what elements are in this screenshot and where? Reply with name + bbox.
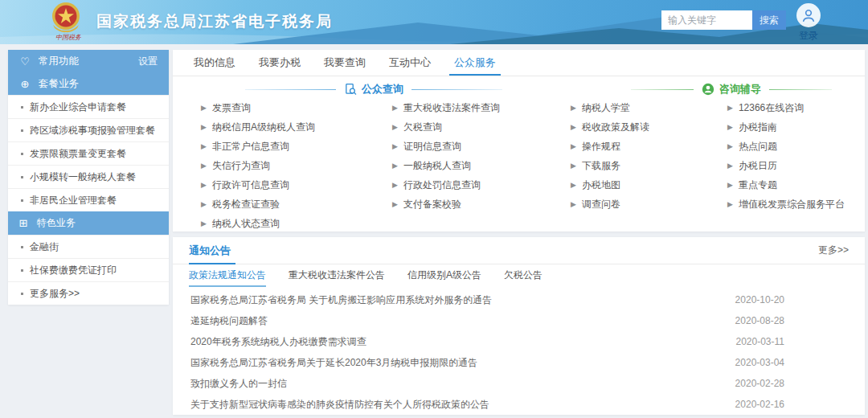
triangle-bullet-icon: ▶ bbox=[727, 181, 733, 189]
consult-link[interactable]: ▶税收政策及解读 bbox=[571, 117, 649, 137]
link-label: 重点专题 bbox=[739, 178, 777, 192]
notice-item[interactable]: 国家税务总局江苏省税务局 关于机房搬迁影响应用系统对外服务的通告 2020-10… bbox=[173, 289, 865, 310]
login-area[interactable]: 登录 bbox=[792, 3, 825, 43]
triangle-bullet-icon: ▶ bbox=[727, 142, 733, 150]
bullet-dot-icon bbox=[21, 199, 23, 202]
link-label: 失信行为查询 bbox=[212, 159, 270, 173]
sidebar-item[interactable]: 跨区域涉税事项报验管理套餐 bbox=[8, 118, 169, 141]
divider-line bbox=[411, 89, 502, 90]
query-link[interactable]: ▶发票查询 bbox=[201, 98, 315, 117]
sidebar-item-label: 小规模转一般纳税人套餐 bbox=[30, 170, 136, 184]
tab-my-info[interactable]: 我的信息 bbox=[189, 50, 240, 76]
triangle-bullet-icon: ▶ bbox=[571, 200, 576, 208]
query-link[interactable]: ▶重大税收违法案件查询 bbox=[392, 98, 500, 117]
notice-item-date: 2020-02-28 bbox=[735, 378, 784, 389]
tab-interaction-center[interactable]: 互动中心 bbox=[384, 50, 436, 76]
consult-link[interactable]: ▶重点专题 bbox=[727, 175, 845, 195]
notice-item-date: 2020-03-11 bbox=[736, 336, 785, 347]
sidebar-item[interactable]: 社保费缴费凭证打印 bbox=[8, 258, 169, 281]
sidebar-item-more-services[interactable]: 更多服务>> bbox=[8, 281, 169, 305]
user-avatar-icon[interactable] bbox=[796, 3, 821, 27]
query-link[interactable]: ▶税务检查证查验 bbox=[201, 195, 315, 214]
consult-link[interactable]: ▶办税地图 bbox=[571, 175, 649, 195]
query-link[interactable]: ▶证明信息查询 bbox=[392, 137, 500, 156]
link-label: 重大税收违法案件查询 bbox=[403, 101, 500, 115]
section-title: 公众查询 bbox=[362, 82, 403, 96]
query-link[interactable]: ▶支付备案校验 bbox=[392, 195, 500, 214]
notice-item[interactable]: 国家税务总局江苏省税务局关于延长2020年3月纳税申报期限的通告 2020-03… bbox=[173, 352, 865, 373]
query-link[interactable]: ▶行政处罚信息查询 bbox=[392, 175, 500, 195]
tab-my-query[interactable]: 我要查询 bbox=[319, 50, 371, 76]
notice-item[interactable]: 关于支持新型冠状病毒感染的肺炎疫情防控有关个人所得税政策的公告 2020-02-… bbox=[173, 394, 865, 415]
notice-item-title: 国家税务总局江苏省税务局 关于机房搬迁影响应用系统对外服务的通告 bbox=[190, 293, 492, 307]
notice-item-date: 2020-08-28 bbox=[735, 315, 784, 326]
sidebar-item[interactable]: 发票限额票量变更套餐 bbox=[8, 141, 169, 165]
consult-link[interactable]: ▶热点问题 bbox=[727, 137, 845, 156]
sidebar-item[interactable]: 新办企业综合申请套餐 bbox=[8, 95, 169, 118]
sidebar-section-label: 常用功能 bbox=[39, 55, 138, 68]
main-nav-tabs: 我的信息 我要办税 我要查询 互动中心 公众服务 bbox=[173, 50, 865, 76]
triangle-bullet-icon: ▶ bbox=[571, 142, 576, 150]
login-link[interactable]: 登录 bbox=[792, 29, 825, 43]
package-icon: ⊕ bbox=[19, 78, 31, 90]
sidebar-item-common-functions[interactable]: ♡ 常用功能 设置 bbox=[8, 50, 169, 72]
link-label: 证明信息查询 bbox=[403, 140, 461, 154]
bullet-dot-icon bbox=[21, 153, 23, 155]
heart-icon: ♡ bbox=[19, 55, 31, 68]
notice-tab-tax-arrears[interactable]: 欠税公告 bbox=[504, 268, 542, 287]
consult-link[interactable]: ▶12366在线咨询 bbox=[727, 98, 845, 117]
grid-icon: ⊞ bbox=[18, 217, 29, 229]
triangle-bullet-icon: ▶ bbox=[201, 142, 207, 150]
settings-link[interactable]: 设置 bbox=[138, 55, 158, 68]
public-query-column-1: ▶发票查询 ▶纳税信用A级纳税人查询 ▶非正常户信息查询 ▶失信行为查询 ▶行政… bbox=[201, 98, 315, 233]
notice-tab-major-violation[interactable]: 重大税收违法案件公告 bbox=[289, 268, 385, 287]
link-label: 纳税人状态查询 bbox=[212, 217, 280, 231]
link-label: 办税日历 bbox=[739, 159, 777, 173]
consult-link[interactable]: ▶增值税发票综合服务平台 bbox=[727, 195, 845, 214]
notice-tab-policy[interactable]: 政策法规通知公告 bbox=[189, 268, 266, 287]
consult-link[interactable]: ▶办税日历 bbox=[727, 156, 845, 175]
tab-public-service[interactable]: 公众服务 bbox=[449, 50, 501, 76]
triangle-bullet-icon: ▶ bbox=[201, 162, 207, 170]
consult-link[interactable]: ▶调查问卷 bbox=[571, 195, 649, 214]
notice-item-date: 2020-10-20 bbox=[735, 294, 784, 305]
sidebar-item[interactable]: 非居民企业管理套餐 bbox=[8, 188, 169, 211]
notice-item[interactable]: 致扣缴义务人的一封信 2020-02-28 bbox=[173, 373, 865, 394]
search-button[interactable]: 搜索 bbox=[752, 10, 786, 30]
tab-tax-handling[interactable]: 我要办税 bbox=[254, 50, 305, 76]
search-input[interactable] bbox=[661, 10, 752, 30]
triangle-bullet-icon: ▶ bbox=[392, 123, 398, 131]
sidebar-item[interactable]: 金融街 bbox=[8, 235, 169, 258]
link-label: 12366在线咨询 bbox=[739, 101, 804, 115]
query-link[interactable]: ▶行政许可信息查询 bbox=[201, 175, 315, 195]
consult-link[interactable]: ▶办税指南 bbox=[727, 117, 845, 137]
link-label: 税收政策及解读 bbox=[582, 121, 649, 134]
notice-tab-credit-a[interactable]: 信用级别A级公告 bbox=[407, 268, 481, 287]
more-link[interactable]: 更多>> bbox=[818, 244, 849, 257]
query-link[interactable]: ▶纳税信用A级纳税人查询 bbox=[201, 117, 315, 137]
sidebar-item-label: 新办企业综合申请套餐 bbox=[30, 100, 126, 114]
triangle-bullet-icon: ▶ bbox=[571, 104, 576, 112]
sidebar-item-label: 社保费缴费凭证打印 bbox=[30, 264, 117, 277]
notice-item[interactable]: 递延纳税问题解答 2020-08-28 bbox=[173, 310, 865, 331]
public-query-section-header: 公众查询 bbox=[245, 82, 502, 96]
triangle-bullet-icon: ▶ bbox=[392, 181, 398, 189]
link-label: 税务检查证查验 bbox=[212, 198, 280, 211]
bullet-dot-icon bbox=[21, 293, 23, 295]
sidebar-item-special-business[interactable]: ⊞ 特色业务 bbox=[8, 211, 169, 235]
notice-item[interactable]: 2020年税务系统纳税人办税缴费需求调查 2020-03-11 bbox=[173, 331, 865, 352]
triangle-bullet-icon: ▶ bbox=[201, 219, 207, 227]
consult-link[interactable]: ▶操作规程 bbox=[571, 137, 649, 156]
public-service-panel: 我的信息 我要办税 我要查询 互动中心 公众服务 公众查询 bbox=[173, 50, 865, 232]
consult-link[interactable]: ▶纳税人学堂 bbox=[571, 98, 649, 117]
query-link[interactable]: ▶一般纳税人查询 bbox=[392, 156, 500, 175]
query-link[interactable]: ▶非正常户信息查询 bbox=[201, 137, 315, 156]
consult-link[interactable]: ▶下载服务 bbox=[571, 156, 649, 175]
link-label: 一般纳税人查询 bbox=[403, 159, 471, 173]
sidebar-item[interactable]: 小规模转一般纳税人套餐 bbox=[8, 165, 169, 188]
query-link[interactable]: ▶欠税查询 bbox=[392, 117, 500, 137]
national-emblem-logo: 中国税务 bbox=[48, 1, 87, 43]
sidebar-item-package-business[interactable]: ⊕ 套餐业务 bbox=[8, 72, 169, 95]
query-link[interactable]: ▶失信行为查询 bbox=[201, 156, 315, 175]
query-link[interactable]: ▶纳税人状态查询 bbox=[201, 214, 315, 233]
